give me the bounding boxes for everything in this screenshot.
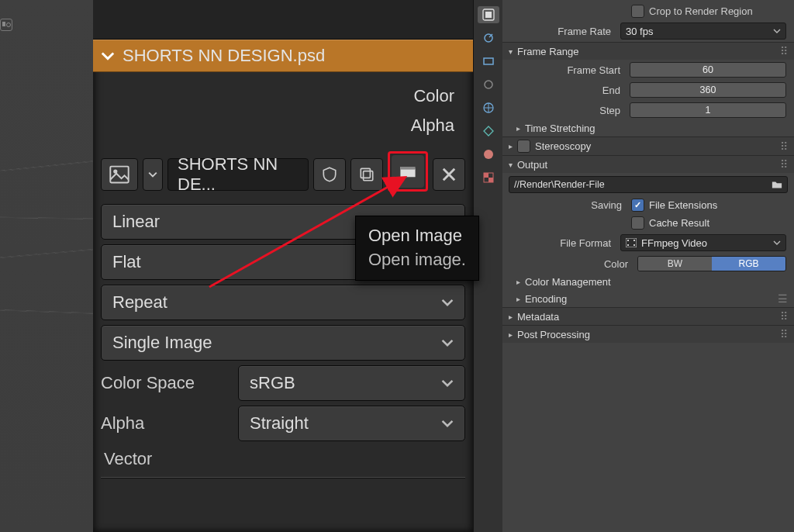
grip-icon[interactable]: ⠿	[780, 310, 788, 323]
image-datablock-icon[interactable]	[101, 158, 138, 191]
grip-icon[interactable]: ⠿	[780, 328, 788, 340]
fake-user-button[interactable]	[313, 158, 346, 191]
svg-point-11	[484, 150, 493, 159]
extension-dropdown[interactable]: Repeat	[101, 285, 465, 320]
list-icon[interactable]: ☰	[778, 292, 788, 305]
chevron-right-icon: ▸	[509, 330, 513, 339]
color-rgb-option[interactable]: RGB	[712, 257, 785, 271]
divider	[101, 477, 465, 478]
file-format-label: File Format	[510, 237, 616, 249]
frame-end-field[interactable]: 360	[630, 82, 786, 98]
file-format-dropdown[interactable]: FFmpeg Video	[620, 234, 786, 251]
svg-rect-8	[484, 58, 493, 64]
frame-end-label: End	[510, 85, 625, 96]
chevron-right-icon: ▸	[516, 278, 520, 286]
file-extensions-checkbox[interactable]	[631, 199, 644, 212]
frame-step-label: Step	[510, 105, 625, 116]
chevron-down-icon	[441, 296, 454, 309]
color-space-label: Color Space	[101, 373, 229, 393]
file-extensions-label: File Extensions	[649, 199, 717, 211]
speaker-icon	[0, 19, 12, 31]
node-title: SHORTS NN DESIGN.psd	[123, 46, 325, 66]
video-icon	[626, 238, 637, 247]
alpha-mode-label: Alpha	[101, 413, 229, 434]
section-stereoscopy[interactable]: ▸ Stereoscopy ⠿	[502, 136, 794, 155]
chevron-right-icon: ▸	[509, 313, 513, 321]
frame-start-field[interactable]: 60	[630, 62, 786, 78]
new-image-button[interactable]	[350, 158, 383, 191]
color-bw-option[interactable]: BW	[638, 257, 712, 271]
svg-rect-0	[110, 167, 128, 183]
tab-texture-icon[interactable]	[480, 169, 497, 186]
tooltip-title: Open Image	[368, 224, 466, 248]
color-mode-toggle[interactable]: BW RGB	[637, 256, 786, 271]
output-color: Color	[102, 81, 457, 111]
color-space-dropdown[interactable]: sRGB	[238, 365, 465, 401]
unlink-image-button[interactable]	[433, 158, 465, 191]
alpha-mode-dropdown[interactable]: Straight	[238, 406, 465, 441]
svg-rect-6	[485, 12, 492, 18]
svg-rect-13	[484, 173, 488, 178]
image-name-input[interactable]: SHORTS NN DE...	[167, 158, 309, 191]
annotation-highlight	[388, 151, 428, 192]
open-image-button[interactable]	[392, 155, 424, 188]
section-metadata[interactable]: ▸ Metadata ⠿	[502, 307, 794, 325]
section-time-stretching[interactable]: ▸ Time Stretching	[502, 120, 794, 136]
cache-result-checkbox[interactable]	[631, 216, 644, 230]
svg-rect-18	[633, 240, 635, 241]
chevron-down-icon	[441, 337, 454, 349]
viewport-3d[interactable]	[0, 0, 93, 532]
chevron-down-icon: ▾	[509, 47, 513, 56]
svg-rect-3	[364, 171, 373, 181]
crop-checkbox[interactable]	[631, 5, 644, 18]
svg-rect-16	[627, 240, 629, 241]
tab-viewlayer-icon[interactable]	[480, 53, 497, 70]
section-color-management[interactable]: ▸ Color Management	[502, 274, 794, 290]
tab-world-icon[interactable]	[480, 99, 497, 116]
tab-material-icon[interactable]	[480, 146, 497, 163]
svg-rect-19	[633, 244, 635, 246]
color-mode-label: Color	[510, 258, 633, 270]
section-post-processing[interactable]: ▸ Post Processing ⠿	[502, 325, 794, 343]
chevron-down-icon	[773, 27, 781, 35]
saving-label: Saving	[510, 199, 627, 211]
output-properties-panel: Crop to Render Region Frame Rate 30 fps …	[502, 0, 794, 532]
chevron-right-icon: ▸	[516, 295, 520, 303]
node-outputs: Color Alpha	[93, 72, 473, 150]
frame-rate-label: Frame Rate	[510, 26, 616, 37]
section-frame-range[interactable]: ▾ Frame Range ⠿	[502, 42, 794, 60]
tab-output-icon[interactable]	[480, 29, 497, 47]
tab-render-icon[interactable]	[478, 6, 499, 23]
folder-icon[interactable]	[772, 179, 782, 190]
chevron-right-icon: ▸	[509, 142, 513, 150]
section-encoding[interactable]: ▸ Encoding ☰	[502, 290, 794, 307]
svg-point-9	[485, 81, 492, 88]
svg-rect-15	[626, 238, 637, 247]
frame-rate-dropdown[interactable]: 30 fps	[620, 22, 786, 40]
vector-input-label: Vector	[104, 449, 462, 469]
grip-icon[interactable]: ⠿	[780, 140, 788, 153]
chevron-down-icon	[441, 417, 454, 430]
crop-label: Crop to Render Region	[649, 5, 753, 17]
output-path-field[interactable]: //Render\Render-File	[509, 176, 788, 193]
grip-icon[interactable]: ⠿	[780, 158, 788, 171]
source-dropdown[interactable]: Single Image	[101, 325, 465, 361]
tab-object-icon[interactable]	[480, 123, 497, 140]
section-output[interactable]: ▾ Output ⠿	[502, 155, 794, 173]
chevron-right-icon: ▸	[516, 124, 520, 133]
svg-rect-2	[361, 168, 370, 178]
datablock-dropdown[interactable]	[143, 158, 163, 191]
tooltip: Open Image Open image.	[355, 216, 479, 281]
frame-start-label: Frame Start	[510, 64, 625, 76]
chevron-down-icon: ▾	[509, 161, 513, 169]
grip-icon[interactable]: ⠿	[780, 45, 788, 57]
chevron-down-icon	[101, 49, 115, 63]
chevron-down-icon	[773, 239, 781, 247]
svg-rect-14	[488, 178, 493, 182]
frame-step-field[interactable]: 1	[630, 102, 786, 118]
tooltip-desc: Open image.	[368, 248, 466, 272]
node-header[interactable]: SHORTS NN DESIGN.psd	[93, 40, 473, 72]
chevron-down-icon	[441, 377, 454, 389]
tab-scene-icon[interactable]	[480, 76, 497, 93]
stereoscopy-checkbox[interactable]	[517, 140, 530, 153]
